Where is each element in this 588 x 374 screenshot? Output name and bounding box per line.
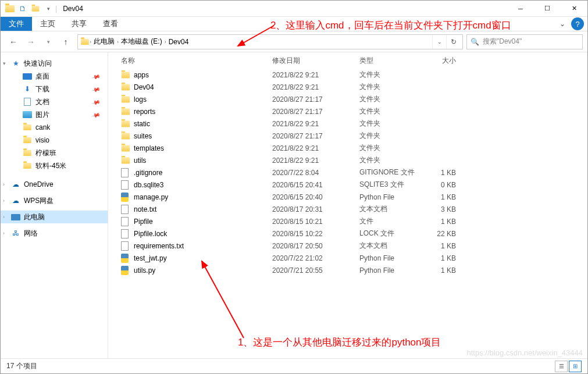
caret-icon[interactable]: › — [3, 214, 5, 220]
sidebar-item-软料-45米[interactable]: 软料-45米 — [1, 159, 108, 172]
column-date[interactable]: 修改日期 — [272, 56, 359, 66]
sidebar-item-桌面[interactable]: 桌面📌 — [1, 70, 108, 83]
sidebar-item-cank[interactable]: cank — [1, 121, 108, 134]
caret-icon[interactable]: › — [3, 198, 5, 204]
recent-dropdown[interactable]: ▾ — [40, 34, 56, 49]
file-type: 文件夹 — [359, 94, 423, 104]
sidebar-item-label: 软料-45米 — [35, 161, 66, 171]
sidebar-item-label: WPS网盘 — [24, 196, 54, 206]
view-tiles-button[interactable]: ⊞ — [569, 361, 582, 372]
star-icon: ★ — [11, 59, 20, 68]
sidebar-item-下载[interactable]: ⬇下载📌 — [1, 83, 108, 95]
column-size[interactable]: 大小 — [423, 56, 465, 66]
sidebar-network[interactable]: › 🖧 网络 — [1, 227, 108, 240]
file-icon — [121, 145, 134, 152]
sidebar-item-柠檬班[interactable]: 柠檬班 — [1, 147, 108, 159]
table-row[interactable]: reports2020/8/27 21:17文件夹 — [108, 105, 587, 117]
file-type: 文件夹 — [359, 119, 423, 129]
folder-icon — [23, 123, 32, 132]
file-name: logs — [134, 95, 272, 104]
title-bar: 🗋 ▾ | Dev04 ─ ☐ ✕ — [1, 1, 587, 17]
window-title: Dev04 — [63, 5, 83, 13]
caret-icon[interactable]: › — [3, 230, 5, 236]
sidebar-wps[interactable]: › ☁ WPS网盘 — [1, 194, 108, 207]
sidebar-item-label: 网络 — [24, 229, 38, 238]
table-row[interactable]: logs2020/8/27 21:17文件夹 — [108, 93, 587, 105]
column-name[interactable]: 名称 — [121, 56, 272, 66]
table-row[interactable]: test_jwt.py2020/7/22 21:02Python File1 K… — [108, 252, 587, 264]
table-row[interactable]: static2021/8/22 9:21文件夹 — [108, 117, 587, 130]
sidebar-this-pc[interactable]: › 此电脑 — [1, 211, 108, 223]
column-type[interactable]: 类型 — [359, 56, 423, 66]
table-row[interactable]: db.sqlite32020/6/15 20:41SQLITE3 文件0 KB — [108, 179, 587, 191]
item-count: 17 个项目 — [6, 361, 37, 371]
file-type: Python File — [359, 266, 423, 275]
address-bar[interactable]: › 此电脑 › 本地磁盘 (E:) › Dev04 ⌄ ↻ — [77, 34, 463, 49]
table-row[interactable]: suites2020/8/27 21:17文件夹 — [108, 130, 587, 142]
file-date: 2020/8/17 20:50 — [272, 242, 359, 250]
sidebar-item-图片[interactable]: 图片📌 — [1, 108, 108, 121]
sidebar-quick-access[interactable]: ▾ ★ 快速访问 — [1, 57, 108, 70]
ribbon-file-tab[interactable]: 文件 — [1, 17, 32, 31]
minimize-button[interactable]: ─ — [507, 1, 534, 17]
view-details-button[interactable]: ☰ — [555, 361, 568, 372]
file-date: 2020/6/15 20:41 — [272, 181, 359, 189]
dropdown-icon[interactable]: ▾ — [42, 3, 54, 15]
sidebar-item-label: visio — [35, 136, 49, 144]
caret-icon[interactable]: ▾ — [3, 60, 6, 66]
table-row[interactable]: .gitignore2020/7/22 8:04GITIGNORE 文件1 KB — [108, 166, 587, 179]
help-button[interactable]: ? — [571, 17, 584, 30]
file-icon — [121, 241, 134, 251]
table-row[interactable]: utils.py2020/7/21 20:55Python File1 KB — [108, 264, 587, 276]
file-type: 文本文档 — [359, 204, 423, 214]
file-name: .gitignore — [134, 169, 272, 177]
table-row[interactable]: apps2021/8/22 9:21文件夹 — [108, 69, 587, 81]
file-name: test_jwt.py — [134, 254, 272, 262]
ribbon-tab-home[interactable]: 主页 — [32, 17, 63, 31]
file-date: 2020/8/15 10:22 — [272, 230, 359, 238]
ribbon-tab-view[interactable]: 查看 — [95, 17, 126, 31]
refresh-button[interactable]: ↻ — [446, 35, 460, 49]
sidebar-onedrive[interactable]: › ☁ OneDrive — [1, 178, 108, 191]
file-type: 文件夹 — [359, 155, 423, 165]
navigation-bar: ← → ▾ ↑ › 此电脑 › 本地磁盘 (E:) › Dev04 ⌄ ↻ 🔍 … — [1, 31, 587, 52]
quickaccess-save-icon[interactable]: 🗋 — [17, 3, 28, 15]
breadcrumb[interactable]: Dev04 — [166, 38, 191, 46]
table-row[interactable]: Pipfile2020/8/15 10:21文件1 KB — [108, 215, 587, 227]
table-row[interactable]: Pipfile.lock2020/8/15 10:22LOCK 文件22 KB — [108, 227, 587, 240]
caret-icon[interactable]: › — [3, 181, 5, 187]
table-row[interactable]: manage.py2020/6/15 20:40Python File1 KB — [108, 191, 587, 203]
sidebar-item-label: 文档 — [35, 97, 49, 107]
back-button[interactable]: ← — [5, 34, 22, 49]
up-button[interactable]: ↑ — [58, 34, 74, 49]
sidebar-item-label: OneDrive — [24, 180, 54, 188]
file-icon — [121, 205, 134, 214]
close-button[interactable]: ✕ — [561, 1, 587, 17]
file-name: suites — [134, 132, 272, 140]
maximize-button[interactable]: ☐ — [534, 1, 561, 17]
table-row[interactable]: note.txt2020/8/17 20:31文本文档3 KB — [108, 203, 587, 215]
pin-icon: 📌 — [91, 72, 101, 81]
watermark: https://blog.csdn.net/weixin_43444 — [467, 348, 583, 357]
file-date: 2020/8/27 21:17 — [272, 108, 359, 116]
table-row[interactable]: templates2021/8/22 9:21文件夹 — [108, 142, 587, 154]
properties-icon[interactable] — [30, 3, 41, 15]
breadcrumb[interactable]: 本地磁盘 (E:) — [119, 37, 165, 47]
search-input[interactable]: 🔍 搜索"Dev04" — [466, 34, 583, 49]
ribbon-tab-share[interactable]: 共享 — [63, 17, 95, 31]
breadcrumb[interactable]: 此电脑 — [91, 37, 117, 47]
table-row[interactable]: Dev042021/8/22 9:21文件夹 — [108, 81, 587, 93]
file-type: Python File — [359, 254, 423, 262]
ribbon-expand-button[interactable]: ⌄ — [554, 17, 571, 31]
sidebar-item-文档[interactable]: 文档📌 — [1, 95, 108, 108]
table-row[interactable]: utils2021/8/22 9:21文件夹 — [108, 154, 587, 166]
address-dropdown-button[interactable]: ⌄ — [432, 35, 446, 49]
file-name: Dev04 — [134, 83, 272, 91]
file-type: SQLITE3 文件 — [359, 180, 423, 190]
file-name: note.txt — [134, 205, 272, 213]
table-row[interactable]: requirements.txt2020/8/17 20:50文本文档1 KB — [108, 240, 587, 252]
forward-button[interactable]: → — [23, 34, 39, 49]
sidebar-item-visio[interactable]: visio — [1, 134, 108, 147]
file-date: 2020/8/15 10:21 — [272, 218, 359, 226]
file-date: 2021/8/22 9:21 — [272, 83, 359, 91]
